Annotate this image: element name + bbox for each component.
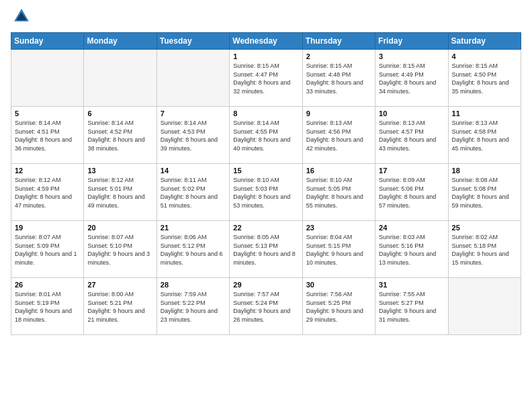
day-info: Sunrise: 8:14 AM Sunset: 4:55 PM Dayligh…	[233, 119, 298, 152]
day-info: Sunrise: 8:05 AM Sunset: 5:13 PM Dayligh…	[233, 233, 298, 267]
day-info: Sunrise: 8:10 AM Sunset: 5:05 PM Dayligh…	[306, 176, 371, 210]
day-info: Sunrise: 8:03 AM Sunset: 5:16 PM Dayligh…	[379, 233, 444, 267]
weekday-header-saturday: Saturday	[448, 33, 521, 50]
day-info: Sunrise: 8:15 AM Sunset: 4:48 PM Dayligh…	[306, 62, 371, 95]
calendar-cell: 23Sunrise: 8:04 AM Sunset: 5:15 PM Dayli…	[302, 221, 375, 278]
calendar-cell: 17Sunrise: 8:09 AM Sunset: 5:06 PM Dayli…	[375, 164, 448, 221]
logo	[11, 7, 31, 28]
day-number: 5	[15, 109, 80, 118]
day-number: 21	[161, 224, 226, 232]
day-info: Sunrise: 8:09 AM Sunset: 5:06 PM Dayligh…	[379, 176, 444, 210]
calendar-cell: 27Sunrise: 8:00 AM Sunset: 5:21 PM Dayli…	[84, 278, 157, 335]
weekday-header-wednesday: Wednesday	[230, 33, 302, 50]
day-info: Sunrise: 7:57 AM Sunset: 5:24 PM Dayligh…	[233, 290, 298, 324]
calendar-cell: 20Sunrise: 8:07 AM Sunset: 5:10 PM Dayli…	[84, 221, 157, 278]
day-number: 25	[452, 224, 517, 232]
calendar-table: SundayMondayTuesdayWednesdayThursdayFrid…	[11, 32, 521, 335]
day-number: 15	[233, 167, 298, 175]
day-number: 7	[161, 109, 226, 118]
day-number: 26	[15, 281, 80, 289]
calendar-cell: 28Sunrise: 7:59 AM Sunset: 5:22 PM Dayli…	[157, 278, 229, 335]
week-row-4: 19Sunrise: 8:07 AM Sunset: 5:09 PM Dayli…	[11, 221, 521, 278]
calendar-cell: 7Sunrise: 8:14 AM Sunset: 4:53 PM Daylig…	[157, 107, 229, 164]
day-info: Sunrise: 8:00 AM Sunset: 5:21 PM Dayligh…	[87, 290, 152, 324]
calendar-cell: 3Sunrise: 8:15 AM Sunset: 4:49 PM Daylig…	[375, 50, 448, 107]
day-number: 11	[452, 109, 517, 118]
calendar-cell: 24Sunrise: 8:03 AM Sunset: 5:16 PM Dayli…	[375, 221, 448, 278]
calendar-cell: 8Sunrise: 8:14 AM Sunset: 4:55 PM Daylig…	[230, 107, 302, 164]
calendar-cell: 18Sunrise: 8:08 AM Sunset: 5:08 PM Dayli…	[448, 164, 521, 221]
day-number: 16	[306, 167, 371, 175]
day-info: Sunrise: 8:15 AM Sunset: 4:49 PM Dayligh…	[379, 62, 444, 95]
day-number: 3	[379, 52, 444, 60]
week-row-3: 12Sunrise: 8:12 AM Sunset: 4:59 PM Dayli…	[11, 164, 521, 221]
day-info: Sunrise: 8:08 AM Sunset: 5:08 PM Dayligh…	[452, 176, 517, 210]
calendar-cell: 12Sunrise: 8:12 AM Sunset: 4:59 PM Dayli…	[11, 164, 84, 221]
day-number: 22	[233, 224, 298, 232]
day-number: 8	[233, 109, 298, 118]
day-info: Sunrise: 8:07 AM Sunset: 5:09 PM Dayligh…	[15, 233, 80, 267]
day-info: Sunrise: 8:15 AM Sunset: 4:50 PM Dayligh…	[452, 62, 517, 95]
day-number: 12	[15, 167, 80, 175]
day-number: 29	[233, 281, 298, 289]
calendar-cell: 21Sunrise: 8:06 AM Sunset: 5:12 PM Dayli…	[157, 221, 229, 278]
day-info: Sunrise: 8:06 AM Sunset: 5:12 PM Dayligh…	[161, 233, 226, 267]
calendar-cell: 4Sunrise: 8:15 AM Sunset: 4:50 PM Daylig…	[448, 50, 521, 107]
calendar-cell	[448, 278, 521, 335]
calendar-cell	[157, 50, 229, 107]
calendar-cell: 31Sunrise: 7:55 AM Sunset: 5:27 PM Dayli…	[375, 278, 448, 335]
calendar-cell: 2Sunrise: 8:15 AM Sunset: 4:48 PM Daylig…	[302, 50, 375, 107]
day-number: 19	[15, 224, 80, 232]
weekday-header-tuesday: Tuesday	[157, 33, 229, 50]
day-info: Sunrise: 8:10 AM Sunset: 5:03 PM Dayligh…	[233, 176, 298, 210]
day-info: Sunrise: 8:14 AM Sunset: 4:53 PM Dayligh…	[161, 119, 226, 152]
week-row-1: 1Sunrise: 8:15 AM Sunset: 4:47 PM Daylig…	[11, 50, 521, 107]
day-number: 4	[452, 52, 517, 60]
day-number: 24	[379, 224, 444, 232]
calendar-cell: 22Sunrise: 8:05 AM Sunset: 5:13 PM Dayli…	[230, 221, 302, 278]
calendar-cell: 14Sunrise: 8:11 AM Sunset: 5:02 PM Dayli…	[157, 164, 229, 221]
day-number: 2	[306, 52, 371, 60]
day-number: 6	[87, 109, 152, 118]
day-number: 30	[306, 281, 371, 289]
day-number: 27	[87, 281, 152, 289]
day-number: 13	[87, 167, 152, 175]
calendar-cell: 26Sunrise: 8:01 AM Sunset: 5:19 PM Dayli…	[11, 278, 84, 335]
page: SundayMondayTuesdayWednesdayThursdayFrid…	[0, 0, 532, 411]
day-info: Sunrise: 8:11 AM Sunset: 5:02 PM Dayligh…	[161, 176, 226, 210]
calendar-cell: 6Sunrise: 8:14 AM Sunset: 4:52 PM Daylig…	[84, 107, 157, 164]
day-number: 10	[379, 109, 444, 118]
calendar-cell: 1Sunrise: 8:15 AM Sunset: 4:47 PM Daylig…	[230, 50, 302, 107]
calendar-cell: 29Sunrise: 7:57 AM Sunset: 5:24 PM Dayli…	[230, 278, 302, 335]
day-info: Sunrise: 7:56 AM Sunset: 5:25 PM Dayligh…	[306, 290, 371, 324]
weekday-header-thursday: Thursday	[302, 33, 375, 50]
day-number: 1	[233, 52, 298, 60]
day-number: 9	[306, 109, 371, 118]
day-number: 20	[87, 224, 152, 232]
day-info: Sunrise: 8:01 AM Sunset: 5:19 PM Dayligh…	[15, 290, 80, 324]
day-info: Sunrise: 8:12 AM Sunset: 5:01 PM Dayligh…	[87, 176, 152, 210]
day-info: Sunrise: 8:13 AM Sunset: 4:58 PM Dayligh…	[452, 119, 517, 152]
calendar-cell: 15Sunrise: 8:10 AM Sunset: 5:03 PM Dayli…	[230, 164, 302, 221]
day-number: 17	[379, 167, 444, 175]
day-info: Sunrise: 8:13 AM Sunset: 4:57 PM Dayligh…	[379, 119, 444, 152]
day-info: Sunrise: 8:15 AM Sunset: 4:47 PM Dayligh…	[233, 62, 298, 95]
day-info: Sunrise: 8:04 AM Sunset: 5:15 PM Dayligh…	[306, 233, 371, 267]
calendar-cell	[11, 50, 84, 107]
day-info: Sunrise: 8:13 AM Sunset: 4:56 PM Dayligh…	[306, 119, 371, 152]
day-info: Sunrise: 7:59 AM Sunset: 5:22 PM Dayligh…	[161, 290, 226, 324]
calendar-cell: 9Sunrise: 8:13 AM Sunset: 4:56 PM Daylig…	[302, 107, 375, 164]
weekday-header-row: SundayMondayTuesdayWednesdayThursdayFrid…	[11, 33, 521, 50]
day-number: 23	[306, 224, 371, 232]
weekday-header-sunday: Sunday	[11, 33, 84, 50]
calendar-cell: 11Sunrise: 8:13 AM Sunset: 4:58 PM Dayli…	[448, 107, 521, 164]
weekday-header-monday: Monday	[84, 33, 157, 50]
week-row-2: 5Sunrise: 8:14 AM Sunset: 4:51 PM Daylig…	[11, 107, 521, 164]
header	[11, 7, 521, 28]
day-info: Sunrise: 8:07 AM Sunset: 5:10 PM Dayligh…	[87, 233, 152, 267]
calendar-cell: 13Sunrise: 8:12 AM Sunset: 5:01 PM Dayli…	[84, 164, 157, 221]
calendar-cell: 19Sunrise: 8:07 AM Sunset: 5:09 PM Dayli…	[11, 221, 84, 278]
calendar-cell: 5Sunrise: 8:14 AM Sunset: 4:51 PM Daylig…	[11, 107, 84, 164]
day-info: Sunrise: 8:14 AM Sunset: 4:52 PM Dayligh…	[87, 119, 152, 152]
day-info: Sunrise: 8:14 AM Sunset: 4:51 PM Dayligh…	[15, 119, 80, 152]
